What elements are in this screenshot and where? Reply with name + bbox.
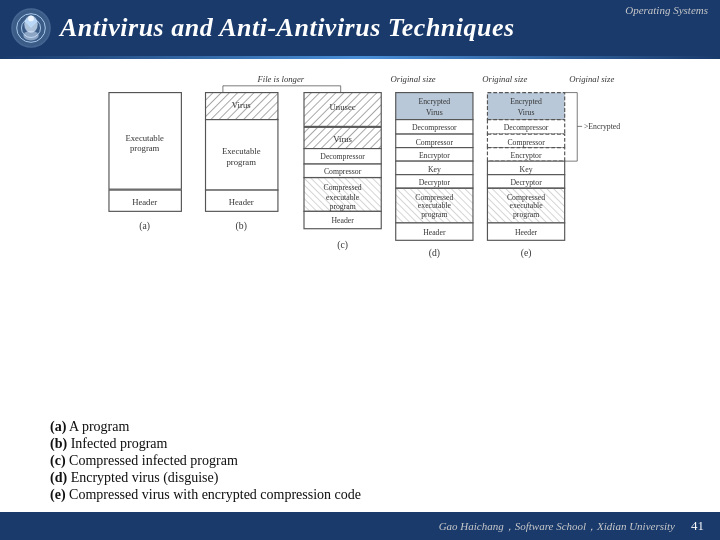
desc-b: (b) Infected program — [50, 436, 670, 452]
diagram-area: File is longer Original size Original si… — [20, 67, 700, 405]
desc-d: (d) Encrypted virus (disguise) — [50, 470, 670, 486]
desc-c: (c) Compressed infected program — [50, 453, 670, 469]
svg-text:Executable: Executable — [125, 133, 164, 143]
svg-text:Encrypted: Encrypted — [510, 97, 542, 106]
svg-text:Header: Header — [132, 197, 157, 207]
svg-text:Virus: Virus — [232, 100, 251, 110]
svg-text:Compressed: Compressed — [415, 193, 453, 202]
svg-text:Original size: Original size — [482, 74, 527, 84]
svg-text:Heeder: Heeder — [515, 228, 538, 237]
svg-text:program: program — [513, 210, 539, 219]
svg-text:Original size: Original size — [569, 74, 614, 84]
os-label: Operating Systems — [625, 4, 708, 16]
svg-text:(d): (d) — [429, 247, 440, 259]
svg-text:Virus: Virus — [426, 108, 443, 117]
svg-text:Compressed: Compressed — [324, 183, 362, 192]
svg-text:Header: Header — [331, 216, 354, 225]
svg-text:Key: Key — [428, 165, 441, 174]
svg-text:>Encrypted: >Encrypted — [584, 122, 620, 131]
svg-text:Decompressor: Decompressor — [504, 123, 549, 132]
svg-text:(b): (b) — [236, 220, 247, 232]
main-content: File is longer Original size Original si… — [0, 59, 720, 512]
header: Operating Systems Antivirus and Anti-Ant… — [0, 0, 720, 56]
svg-text:program: program — [421, 210, 447, 219]
svg-text:(e): (e) — [521, 247, 532, 259]
footer-author: Gao Haichang，Software School，Xidian Univ… — [439, 519, 675, 534]
svg-text:executable: executable — [326, 193, 360, 202]
svg-text:Compressor: Compressor — [324, 167, 362, 176]
svg-text:Header: Header — [423, 228, 446, 237]
svg-text:Decompressor: Decompressor — [320, 152, 365, 161]
svg-text:(a): (a) — [139, 220, 150, 232]
svg-text:program: program — [227, 157, 257, 167]
svg-text:File is longer: File is longer — [256, 74, 304, 84]
svg-text:(c): (c) — [337, 239, 348, 251]
svg-point-4 — [23, 31, 38, 41]
svg-text:Executable: Executable — [222, 146, 261, 156]
svg-text:executable: executable — [418, 201, 452, 210]
footer: Gao Haichang，Software School，Xidian Univ… — [0, 512, 720, 540]
svg-text:Compressor: Compressor — [416, 138, 454, 147]
svg-text:executable: executable — [510, 201, 544, 210]
svg-text:Decompressor: Decompressor — [412, 123, 457, 132]
description-list: (a) A program (b) Infected program (c) C… — [20, 415, 700, 508]
svg-text:Encrypted: Encrypted — [418, 97, 450, 106]
svg-text:Compressor: Compressor — [507, 138, 545, 147]
svg-text:Decryptor: Decryptor — [510, 178, 542, 187]
logo-icon — [10, 7, 52, 49]
diagram-svg: File is longer Original size Original si… — [80, 67, 640, 347]
svg-text:Encryptor: Encryptor — [511, 151, 542, 160]
svg-text:Decryptor: Decryptor — [419, 178, 451, 187]
svg-text:Original size: Original size — [391, 74, 436, 84]
svg-text:Key: Key — [520, 165, 533, 174]
svg-text:Header: Header — [229, 197, 254, 207]
svg-text:Virus: Virus — [518, 108, 535, 117]
svg-text:Encryptor: Encryptor — [419, 151, 450, 160]
svg-point-6 — [28, 16, 34, 22]
desc-a: (a) A program — [50, 419, 670, 435]
desc-e: (e) Compressed virus with encrypted comp… — [50, 487, 670, 503]
svg-text:Virus: Virus — [333, 134, 352, 144]
page-title: Antivirus and Anti-Antivirus Techniques — [60, 13, 515, 43]
slide: Operating Systems Antivirus and Anti-Ant… — [0, 0, 720, 540]
svg-text:program: program — [130, 143, 160, 153]
svg-text:Compressed: Compressed — [507, 193, 545, 202]
footer-page: 41 — [691, 518, 704, 534]
svg-text:Unusec: Unusec — [330, 102, 356, 112]
svg-text:program: program — [330, 202, 356, 211]
